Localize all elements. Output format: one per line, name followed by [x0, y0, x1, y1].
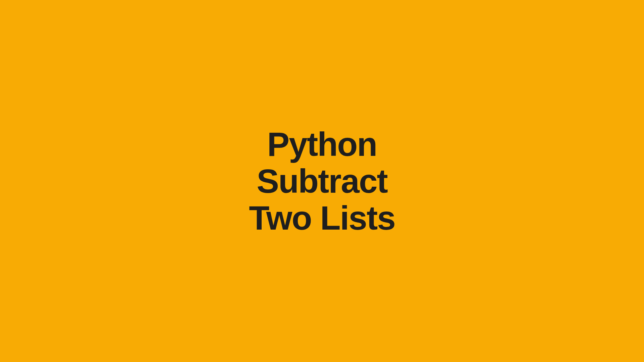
title-line-1: Python	[249, 126, 395, 163]
title-line-2: Subtract	[249, 163, 395, 199]
title-container: Python Subtract Two Lists	[249, 126, 395, 236]
title-line-3: Two Lists	[249, 199, 395, 236]
